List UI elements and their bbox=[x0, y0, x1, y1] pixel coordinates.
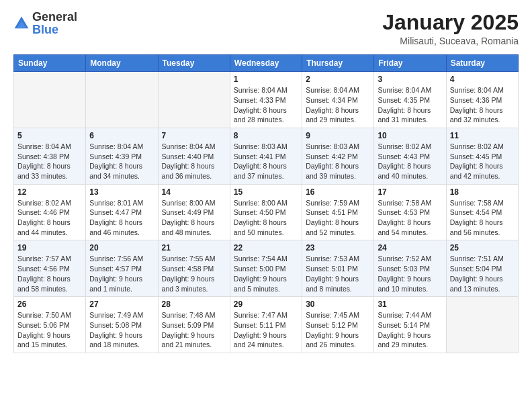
calendar-cell: 8Sunrise: 8:03 AMSunset: 4:41 PMDaylight… bbox=[230, 128, 302, 184]
day-info: Daylight: 8 hours bbox=[450, 161, 515, 171]
day-info: Daylight: 9 hours bbox=[450, 274, 515, 284]
day-info: Daylight: 9 hours bbox=[17, 330, 82, 340]
calendar-cell: 20Sunrise: 7:56 AMSunset: 4:57 PMDayligh… bbox=[86, 240, 158, 297]
day-info: Sunrise: 7:56 AM bbox=[89, 254, 154, 264]
col-thursday: Thursday bbox=[302, 55, 374, 72]
day-info: Sunrise: 7:51 AM bbox=[450, 254, 515, 264]
day-info: and 21 minutes. bbox=[162, 340, 226, 350]
day-info: and 1 minute. bbox=[89, 284, 154, 294]
day-info: Daylight: 9 hours bbox=[306, 330, 370, 340]
day-number: 7 bbox=[162, 131, 226, 140]
col-sunday: Sunday bbox=[14, 55, 86, 72]
calendar-header-row: Sunday Monday Tuesday Wednesday Thursday… bbox=[14, 55, 519, 72]
day-info: Sunset: 5:11 PM bbox=[234, 320, 298, 330]
logo: General Blue bbox=[13, 11, 77, 36]
day-number: 14 bbox=[162, 187, 226, 197]
day-number: 10 bbox=[378, 131, 442, 140]
day-info: Sunrise: 7:57 AM bbox=[17, 254, 82, 264]
calendar-cell: 27Sunrise: 7:49 AMSunset: 5:08 PMDayligh… bbox=[86, 297, 158, 353]
day-number: 1 bbox=[234, 75, 298, 84]
day-info: Daylight: 8 hours bbox=[378, 105, 442, 116]
day-info: Daylight: 8 hours bbox=[306, 218, 370, 228]
day-number: 25 bbox=[450, 243, 515, 253]
day-number: 26 bbox=[17, 300, 82, 309]
calendar-cell: 12Sunrise: 8:02 AMSunset: 4:46 PMDayligh… bbox=[14, 184, 86, 240]
day-info: Sunrise: 7:44 AM bbox=[378, 310, 442, 320]
day-info: and 29 minutes. bbox=[306, 115, 370, 125]
day-info: Sunset: 5:09 PM bbox=[162, 320, 226, 330]
day-number: 20 bbox=[89, 243, 154, 253]
day-info: and 52 minutes. bbox=[306, 228, 370, 238]
day-info: Sunset: 4:56 PM bbox=[17, 264, 82, 274]
day-info: Sunset: 4:45 PM bbox=[450, 152, 515, 162]
calendar-cell: 31Sunrise: 7:44 AMSunset: 5:14 PMDayligh… bbox=[374, 297, 446, 353]
calendar-cell: 13Sunrise: 8:01 AMSunset: 4:47 PMDayligh… bbox=[86, 184, 158, 240]
day-info: Sunrise: 7:58 AM bbox=[450, 198, 515, 208]
title-block: January 2025 Milisauti, Suceava, Romania bbox=[382, 11, 519, 46]
main-title: January 2025 bbox=[382, 11, 519, 34]
day-info: Daylight: 9 hours bbox=[234, 274, 298, 284]
day-info: and 3 minutes. bbox=[162, 284, 226, 294]
day-info: Sunrise: 7:59 AM bbox=[306, 198, 370, 208]
day-info: Sunrise: 7:45 AM bbox=[306, 310, 370, 320]
day-number: 19 bbox=[17, 243, 82, 253]
day-info: Sunset: 4:35 PM bbox=[378, 95, 442, 105]
calendar-week-row-3: 12Sunrise: 8:02 AMSunset: 4:46 PMDayligh… bbox=[14, 184, 519, 240]
day-info: and 34 minutes. bbox=[89, 171, 154, 181]
day-info: and 5 minutes. bbox=[234, 284, 298, 294]
calendar-cell: 15Sunrise: 8:00 AMSunset: 4:50 PMDayligh… bbox=[230, 184, 302, 240]
logo-text: General Blue bbox=[32, 11, 77, 36]
day-info: Daylight: 9 hours bbox=[162, 330, 226, 340]
calendar-cell: 19Sunrise: 7:57 AMSunset: 4:56 PMDayligh… bbox=[14, 240, 86, 297]
day-info: Sunrise: 8:00 AM bbox=[162, 198, 226, 208]
day-info: Sunrise: 7:58 AM bbox=[378, 198, 442, 208]
calendar-cell: 6Sunrise: 8:04 AMSunset: 4:39 PMDaylight… bbox=[86, 128, 158, 184]
day-info: Sunset: 5:12 PM bbox=[306, 320, 370, 330]
calendar-week-row-4: 19Sunrise: 7:57 AMSunset: 4:56 PMDayligh… bbox=[14, 240, 519, 297]
day-info: Sunset: 4:41 PM bbox=[234, 152, 298, 162]
day-number: 18 bbox=[450, 187, 515, 197]
logo-icon bbox=[13, 15, 30, 32]
day-number: 21 bbox=[162, 243, 226, 253]
col-monday: Monday bbox=[86, 55, 158, 72]
day-number: 13 bbox=[89, 187, 154, 197]
day-info: and 24 minutes. bbox=[234, 340, 298, 350]
day-number: 31 bbox=[378, 300, 442, 309]
day-info: Daylight: 8 hours bbox=[378, 161, 442, 171]
day-info: Sunrise: 7:55 AM bbox=[162, 254, 226, 264]
day-info: Daylight: 9 hours bbox=[234, 330, 298, 340]
day-info: Sunset: 4:49 PM bbox=[162, 208, 226, 218]
day-info: Sunrise: 7:49 AM bbox=[89, 310, 154, 320]
day-info: and 29 minutes. bbox=[378, 340, 442, 350]
day-info: Sunset: 4:51 PM bbox=[306, 208, 370, 218]
day-info: Sunrise: 8:04 AM bbox=[89, 142, 154, 152]
day-info: Sunset: 4:38 PM bbox=[17, 152, 82, 162]
day-info: Daylight: 8 hours bbox=[89, 218, 154, 228]
calendar-cell: 30Sunrise: 7:45 AMSunset: 5:12 PMDayligh… bbox=[302, 297, 374, 353]
day-info: Sunset: 5:01 PM bbox=[306, 264, 370, 274]
day-info: and 13 minutes. bbox=[450, 284, 515, 294]
day-info: Sunrise: 8:03 AM bbox=[234, 142, 298, 152]
day-info: Sunrise: 8:02 AM bbox=[17, 198, 82, 208]
day-number: 11 bbox=[450, 131, 515, 140]
calendar-cell: 5Sunrise: 8:04 AMSunset: 4:38 PMDaylight… bbox=[14, 128, 86, 184]
day-info: Sunrise: 7:47 AM bbox=[234, 310, 298, 320]
day-info: Sunrise: 8:04 AM bbox=[234, 85, 298, 95]
day-info: and 28 minutes. bbox=[234, 115, 298, 125]
day-info: and 31 minutes. bbox=[378, 115, 442, 125]
day-info: and 39 minutes. bbox=[306, 171, 370, 181]
day-info: Sunset: 4:58 PM bbox=[162, 264, 226, 274]
day-info: Sunset: 5:06 PM bbox=[17, 320, 82, 330]
day-number: 5 bbox=[17, 131, 82, 140]
day-number: 9 bbox=[306, 131, 370, 140]
day-number: 17 bbox=[378, 187, 442, 197]
day-info: Sunrise: 8:04 AM bbox=[162, 142, 226, 152]
day-info: and 44 minutes. bbox=[17, 228, 82, 238]
day-info: and 40 minutes. bbox=[378, 171, 442, 181]
day-number: 4 bbox=[450, 75, 515, 84]
day-number: 8 bbox=[234, 131, 298, 140]
day-info: Sunrise: 8:01 AM bbox=[89, 198, 154, 208]
day-number: 27 bbox=[89, 300, 154, 309]
calendar-cell bbox=[158, 72, 230, 128]
calendar-cell: 9Sunrise: 8:03 AMSunset: 4:42 PMDaylight… bbox=[302, 128, 374, 184]
